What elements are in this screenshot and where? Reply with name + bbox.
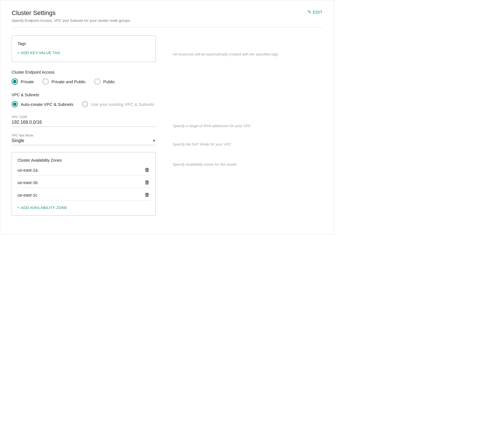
vpc-nat-value: Single [12, 138, 24, 143]
vpc-nat-field: VPC Nat Mode Single ▼ [12, 134, 156, 145]
radio-private[interactable]: Private [12, 78, 34, 85]
radio-auto-create[interactable]: Auto-create VPC & Subnets [12, 101, 73, 107]
tags-box: Tags + ADD KEY-VALUE TAG [12, 35, 156, 62]
az-value-3: us-east-1c [18, 193, 37, 197]
az-section: Cluster Availability Zones us-east-1a 🗑 … [12, 152, 323, 223]
vpc-nat-section: VPC Nat Mode Single ▼ Specify the NAT Mo… [12, 134, 323, 152]
az-item-3: us-east-1c 🗑 [18, 192, 150, 200]
radio-private-and-public-label: Private and Public [52, 79, 86, 84]
header-divider [12, 27, 323, 27]
az-item-2: us-east-1b 🗑 [18, 180, 150, 188]
radio-private-and-public[interactable]: Private and Public [42, 78, 86, 85]
radio-existing-vpc[interactable]: Use your existing VPC & Subnets [82, 101, 154, 107]
dropdown-arrow-icon: ▼ [152, 139, 156, 143]
endpoint-access-radio-group: Private Private and Public Public [12, 78, 323, 85]
radio-existing-vpc-circle [82, 101, 88, 107]
tags-right: All resources will be automatically crea… [167, 35, 323, 70]
tags-section: Tags + ADD KEY-VALUE TAG All resources w… [12, 35, 323, 70]
endpoint-access-label: Cluster Endpoint Access [12, 70, 323, 74]
edit-button[interactable]: ✎ EDIT [307, 9, 323, 15]
header: Cluster Settings Specify Endpoint Access… [12, 9, 323, 23]
vpc-cidr-label: VPC CIDR [12, 115, 156, 119]
vpc-subnets-radio-group: Auto-create VPC & Subnets Use your exist… [12, 101, 323, 107]
radio-private-label: Private [21, 79, 34, 84]
vpc-nat-label: VPC Nat Mode [12, 134, 156, 137]
vpc-nat-right: Specify the NAT Mode for your VPC [167, 134, 323, 152]
vpc-nat-left: VPC Nat Mode Single ▼ [12, 134, 167, 152]
az-hint: Specify Availability zones for the clust… [173, 159, 237, 166]
radio-auto-create-circle [12, 101, 18, 107]
vpc-cidr-right: Specify a range of IPv4 addresses for yo… [167, 115, 323, 134]
page-title: Cluster Settings [12, 9, 130, 17]
radio-private-and-public-circle [42, 78, 49, 85]
az-delete-3[interactable]: 🗑 [145, 192, 150, 198]
radio-public[interactable]: Public [94, 78, 115, 85]
add-az-button[interactable]: + ADD AVAILABILITY ZONE [18, 206, 67, 210]
vpc-subnets-section: VPC & Subnets Auto-create VPC & Subnets … [12, 93, 323, 107]
edit-icon: ✎ [307, 9, 311, 15]
az-box: Cluster Availability Zones us-east-1a 🗑 … [12, 152, 156, 216]
tags-left: Tags + ADD KEY-VALUE TAG [12, 35, 167, 70]
vpc-cidr-value: 192.168.0.0/16 [12, 120, 156, 127]
header-left: Cluster Settings Specify Endpoint Access… [12, 9, 130, 23]
vpc-cidr-section: VPC CIDR 192.168.0.0/16 Specify a range … [12, 115, 323, 134]
az-right: Specify Availability zones for the clust… [167, 152, 323, 223]
radio-auto-create-label: Auto-create VPC & Subnets [21, 102, 73, 107]
az-item-1: us-east-1a 🗑 [18, 167, 150, 176]
add-tag-button[interactable]: + ADD KEY-VALUE TAG [18, 51, 60, 55]
radio-existing-vpc-label: Use your existing VPC & Subnets [91, 102, 154, 107]
radio-public-circle [94, 78, 101, 85]
vpc-cidr-hint: Specify a range of IPv4 addresses for yo… [173, 121, 251, 128]
vpc-nat-dropdown[interactable]: Single ▼ [12, 138, 156, 145]
az-delete-1[interactable]: 🗑 [145, 167, 150, 173]
radio-private-circle [12, 78, 18, 85]
page-container: Cluster Settings Specify Endpoint Access… [0, 0, 334, 234]
vpc-cidr-left: VPC CIDR 192.168.0.0/16 [12, 115, 167, 134]
vpc-subnets-label: VPC & Subnets [12, 93, 323, 97]
page-subtitle: Specify Endpoint Access, VPC and Subnets… [12, 18, 130, 23]
tags-label: Tags [18, 41, 150, 46]
az-delete-2[interactable]: 🗑 [145, 180, 150, 185]
tags-hint: All resources will be automatically crea… [173, 49, 278, 56]
edit-label: EDIT [313, 10, 323, 14]
vpc-cidr-field: VPC CIDR 192.168.0.0/16 [12, 115, 156, 127]
az-title: Cluster Availability Zones [18, 158, 150, 163]
az-left: Cluster Availability Zones us-east-1a 🗑 … [12, 152, 167, 223]
radio-public-label: Public [103, 79, 115, 84]
az-value-2: us-east-1b [18, 180, 38, 185]
vpc-nat-hint: Specify the NAT Mode for your VPC [173, 139, 231, 146]
endpoint-access-section: Cluster Endpoint Access Private Private … [12, 70, 323, 85]
az-value-1: us-east-1a [18, 168, 38, 172]
